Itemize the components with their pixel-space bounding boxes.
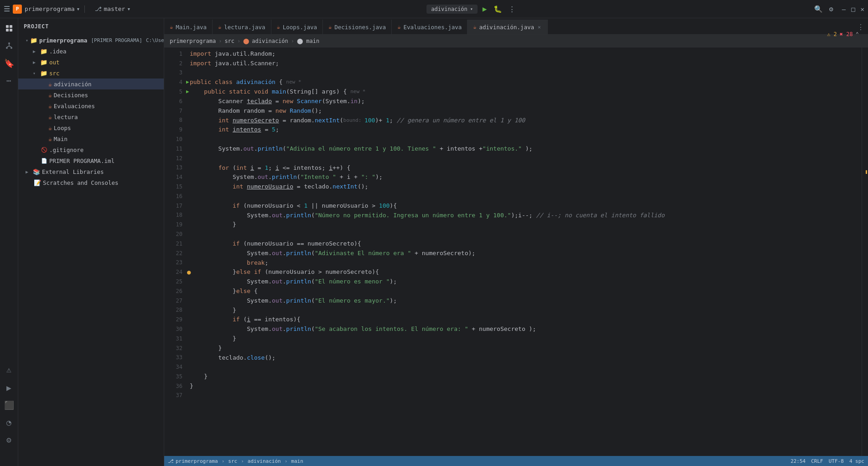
- svg-rect-2: [6, 29, 9, 31]
- code-line-11: System.out.println("Adivina el número en…: [186, 144, 862, 154]
- line-ending[interactable]: CRLF: [811, 458, 823, 464]
- gitignore-file-item[interactable]: 🚫 .gitignore: [18, 144, 164, 155]
- scratches-icon: 📝: [34, 179, 41, 186]
- code-line-20: [186, 230, 862, 239]
- decisiones-file-item[interactable]: ☕ Decisiones: [18, 89, 164, 100]
- close-button[interactable]: ✕: [861, 5, 864, 13]
- java-file-icon: ☕: [48, 92, 52, 99]
- problems-button[interactable]: ⚠: [1, 361, 17, 377]
- svg-point-6: [10, 47, 12, 49]
- code-line-32: }: [186, 344, 862, 353]
- run-config-chevron-icon[interactable]: ▾: [470, 6, 473, 11]
- src-folder-item[interactable]: ▾ 📁 src: [18, 68, 164, 79]
- profiler-button[interactable]: ◔: [1, 414, 17, 430]
- breadcrumb-method[interactable]: ⬤ main: [297, 38, 319, 44]
- expand-icon[interactable]: ▾: [26, 38, 28, 43]
- editor-content: 1 2 3 4 5 6 7 8 9 10 11 12 13 14 15 16 1…: [164, 47, 868, 456]
- library-icon: 📚: [33, 168, 40, 175]
- project-root-item[interactable]: ▾ 📁 primerprograma [PRIMER PROGRAMA] C:\…: [18, 35, 164, 46]
- java-icon: ☕: [170, 24, 173, 30]
- expand-icon[interactable]: ▶: [33, 60, 38, 65]
- branch-chevron-icon[interactable]: ▾: [127, 5, 130, 12]
- tab-adivinacion[interactable]: ☕ adivinación.java ✕: [468, 20, 547, 34]
- git-button[interactable]: [1, 37, 17, 54]
- run-config-selector[interactable]: adivinación ▾: [426, 5, 478, 14]
- status-bar-right: 22:54 CRLF UTF-8 4 spc: [790, 458, 864, 464]
- terminal-button[interactable]: ⬛: [1, 397, 17, 413]
- title-bar-actions: 🔍 ⚙ — □ ✕: [813, 4, 864, 15]
- more-actions-button[interactable]: ⋮: [507, 4, 517, 15]
- branch-icon: ⎇: [95, 5, 102, 12]
- maximize-button[interactable]: □: [851, 5, 855, 13]
- breadcrumb-src[interactable]: src: [224, 38, 234, 44]
- code-area[interactable]: import java.util.Random; import java.uti…: [186, 47, 862, 456]
- debug-button[interactable]: 🐛: [492, 4, 504, 15]
- java-file-icon: ☕: [48, 103, 52, 110]
- adivinacion-file-item[interactable]: ☕ adivinación: [18, 79, 164, 89]
- title-bar-center: adivinación ▾ ▶ 🐛 ⋮: [134, 3, 809, 15]
- run-tool-button[interactable]: ▶: [1, 379, 17, 396]
- branch-selector[interactable]: ⎇ master ▾: [95, 5, 130, 12]
- breadcrumb: primerprograma › src › ⬤ adivinación › ⬤…: [164, 35, 868, 47]
- git-status[interactable]: ⎇ primerprograma: [168, 458, 218, 464]
- cursor-position[interactable]: 22:54: [790, 458, 806, 464]
- editor-zoom[interactable]: ⌃: [856, 31, 859, 37]
- scratches-item[interactable]: 📝 Scratches and Consoles: [18, 177, 164, 188]
- expand-icon[interactable]: ▶: [26, 169, 31, 174]
- breadcrumb-class[interactable]: ⬤: [243, 38, 249, 44]
- project-chevron-icon[interactable]: ▾: [77, 5, 80, 12]
- search-everywhere-button[interactable]: 🔍: [813, 4, 824, 15]
- editor-area: ☕ Main.java ☕ lectura.java ☕ Loops.java …: [164, 18, 868, 466]
- code-line-17: if (numeroUsuario < 1 || numeroUsuario >…: [186, 201, 862, 211]
- idea-folder-item[interactable]: ▶ 📁 .idea: [18, 46, 164, 57]
- line-numbers: 1 2 3 4 5 6 7 8 9 10 11 12 13 14 15 16 1…: [164, 47, 186, 456]
- code-line-6: Scanner teclado = new Scanner(System.in)…: [186, 97, 862, 106]
- project-view-button[interactable]: [1, 20, 17, 37]
- minimize-button[interactable]: —: [842, 5, 846, 13]
- icon-rail: 🔖 ⋯ ⚠ ▶ ⬛ ◔ ⚙: [0, 18, 18, 466]
- warning-indicator: ⚠ 2 ✖ 28 ⌃: [827, 31, 859, 37]
- evaluaciones-file-item[interactable]: ☕ Evaluaciones: [18, 100, 164, 111]
- breadcrumb-project[interactable]: primerprograma: [170, 38, 216, 44]
- code-line-25: System.out.println("El número es menor "…: [186, 277, 862, 287]
- tab-loops[interactable]: ☕ Loops.java: [271, 20, 323, 34]
- tab-close-button[interactable]: ✕: [537, 24, 542, 31]
- tab-decisiones[interactable]: ☕ Decisiones.java: [323, 20, 392, 34]
- code-line-24: ● }else if (numeroUsuario > numeroSecret…: [186, 267, 862, 277]
- file-icon: 🚫: [41, 147, 47, 153]
- iml-file-item[interactable]: 📄 PRIMER PROGRAMA.iml: [18, 155, 164, 166]
- code-line-14: System.out.println("Intento " + i + ": "…: [186, 173, 862, 182]
- indent-size[interactable]: 4 spc: [849, 458, 864, 464]
- main-file-item[interactable]: ☕ Main: [18, 133, 164, 144]
- lectura-file-item[interactable]: ☕ lectura: [18, 111, 164, 122]
- code-line-1: import java.util.Random;: [186, 49, 862, 59]
- tab-lectura[interactable]: ☕ lectura.java: [213, 20, 271, 34]
- svg-point-5: [6, 47, 8, 49]
- right-gutter: [862, 47, 868, 456]
- status-bar-left: ⎇ primerprograma › src › adivinación › m…: [168, 458, 303, 464]
- settings-button[interactable]: ⚙: [828, 4, 835, 15]
- warning-count[interactable]: ⚠ 2: [827, 31, 837, 37]
- external-libraries-item[interactable]: ▶ 📚 External Libraries: [18, 166, 164, 177]
- more-tools-button[interactable]: ⋯: [1, 72, 17, 89]
- code-line-5: ▶ public static void main(String[] args)…: [186, 87, 862, 97]
- run-button[interactable]: ▶: [481, 3, 489, 15]
- expand-icon[interactable]: ▾: [33, 71, 38, 76]
- loops-file-item[interactable]: ☕ Loops: [18, 122, 164, 133]
- bookmarks-button[interactable]: 🔖: [1, 55, 17, 71]
- out-folder-item[interactable]: ▶ 📁 out: [18, 57, 164, 68]
- error-count[interactable]: ✖ 28: [840, 31, 853, 37]
- code-line-10: [186, 135, 862, 144]
- breadcrumb-class-name[interactable]: adivinación: [252, 38, 288, 44]
- project-title[interactable]: primerprograma ▾: [25, 5, 80, 12]
- tab-evaluaciones[interactable]: ☕ Evaluaciones.java: [392, 20, 468, 34]
- code-line-12: [186, 154, 862, 163]
- encoding[interactable]: UTF-8: [829, 458, 844, 464]
- code-line-26: }else {: [186, 287, 862, 296]
- expand-icon[interactable]: ▶: [33, 49, 38, 54]
- project-logo: P: [13, 5, 22, 14]
- java-icon: ☕: [218, 24, 221, 30]
- tab-main[interactable]: ☕ Main.java: [164, 20, 213, 34]
- hamburger-menu-icon[interactable]: ☰: [4, 5, 10, 13]
- services-button[interactable]: ⚙: [1, 431, 17, 448]
